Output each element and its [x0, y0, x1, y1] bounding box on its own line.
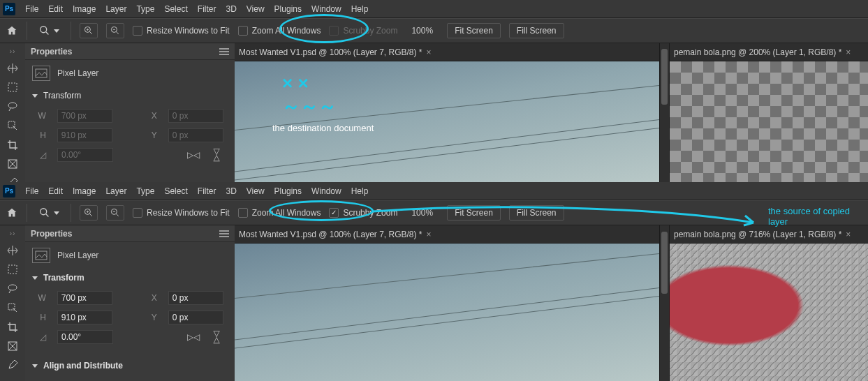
menu-plugins[interactable]: Plugins [274, 4, 302, 14]
menu-select[interactable]: Select [164, 186, 187, 196]
menu-layer[interactable]: Layer [105, 4, 126, 14]
menu-select[interactable]: Select [164, 4, 187, 14]
menu-edit[interactable]: Edit [48, 186, 63, 196]
resize-windows-checkbox[interactable]: Resize Windows to Fit [133, 26, 230, 36]
panel-menu-icon[interactable] [219, 48, 229, 55]
document-tab-title[interactable]: pemain bola.png @ 200% (Layer 1, RGB/8) … [674, 47, 841, 57]
menu-help[interactable]: Help [351, 4, 369, 14]
input-height[interactable]: 910 px [57, 128, 112, 142]
scrollbar-thumb[interactable] [661, 232, 668, 294]
document-tab-title[interactable]: Most Wanted V1.psd @ 100% (Layer 7, RGB/… [239, 47, 422, 57]
photoshop-logo: Ps [3, 3, 15, 15]
menu-help[interactable]: Help [351, 186, 369, 196]
quick-select-tool-icon[interactable] [4, 301, 21, 314]
document-tab-title[interactable]: pemain bola.png @ 716% (Layer 1, RGB/8) … [674, 230, 841, 239]
flip-horizontal-icon[interactable]: ▷◁ [187, 332, 200, 342]
fill-screen-button[interactable]: Fill Screen [509, 205, 564, 221]
zoom-percent[interactable]: 100% [406, 26, 439, 36]
menu-image[interactable]: Image [73, 186, 96, 196]
zoom-percent[interactable]: 100% [406, 208, 439, 218]
frame-tool-icon[interactable] [4, 341, 21, 352]
vertical-toolbar: ›› [0, 225, 25, 381]
scrollbar-thumb[interactable] [661, 49, 668, 105]
menu-3d[interactable]: 3D [226, 4, 236, 14]
move-tool-icon[interactable] [4, 244, 21, 257]
menu-filter[interactable]: Filter [198, 4, 216, 14]
home-icon[interactable] [6, 207, 18, 219]
zoom-out-button[interactable] [106, 23, 124, 38]
crop-tool-icon[interactable] [4, 139, 21, 151]
home-icon[interactable] [6, 24, 18, 37]
vertical-scrollbar[interactable] [659, 225, 669, 381]
input-x[interactable]: 0 px [168, 109, 223, 123]
close-icon[interactable]: × [846, 47, 851, 57]
menu-type[interactable]: Type [136, 4, 154, 14]
frame-tool-icon[interactable] [4, 158, 21, 170]
zoom-tool-dropdown[interactable] [36, 23, 62, 38]
brush-tool-icon[interactable] [4, 378, 21, 381]
properties-panel: Properties Pixel Layer Transform W 700 p… [25, 43, 235, 182]
menu-plugins[interactable]: Plugins [274, 186, 302, 196]
close-icon[interactable]: × [427, 230, 432, 239]
lasso-tool-icon[interactable] [4, 100, 21, 112]
checkbox-icon [329, 26, 339, 36]
marquee-tool-icon[interactable] [4, 82, 21, 93]
menu-filter[interactable]: Filter [198, 186, 216, 196]
input-angle[interactable]: 0.00° [57, 330, 113, 344]
menu-file[interactable]: File [25, 186, 38, 196]
panel-menu-icon[interactable] [219, 230, 229, 237]
eyedropper-tool-icon[interactable] [4, 359, 21, 371]
close-icon[interactable]: × [427, 47, 432, 57]
vertical-scrollbar[interactable] [659, 43, 669, 182]
document-canvas-source[interactable] [670, 244, 868, 381]
menu-view[interactable]: View [247, 4, 265, 14]
quick-select-tool-icon[interactable] [4, 119, 21, 132]
menu-layer[interactable]: Layer [105, 186, 126, 196]
fill-screen-button[interactable]: Fill Screen [509, 23, 564, 38]
fit-screen-button[interactable]: Fit Screen [447, 205, 501, 221]
menu-edit[interactable]: Edit [48, 4, 63, 14]
menu-view[interactable]: View [247, 186, 265, 196]
document-canvas-destination[interactable] [235, 244, 659, 381]
menu-window[interactable]: Window [311, 4, 341, 14]
menu-type[interactable]: Type [136, 186, 154, 196]
zoom-all-windows-checkbox[interactable]: Zoom All Windows [238, 208, 321, 218]
flip-vertical-icon[interactable]: ▷◁ [212, 331, 222, 343]
close-icon[interactable]: × [846, 230, 851, 239]
lasso-tool-icon[interactable] [4, 282, 21, 294]
menu-3d[interactable]: 3D [226, 186, 236, 196]
document-canvas-destination[interactable]: the destination document × ×～～～ [235, 61, 659, 182]
document-tab-title[interactable]: Most Wanted V1.psd @ 100% (Layer 7, RGB/… [239, 230, 422, 239]
input-y[interactable]: 0 px [168, 128, 223, 142]
transform-section-header[interactable]: Transform [25, 87, 235, 105]
zoom-in-button[interactable] [80, 23, 98, 38]
zoom-all-windows-checkbox[interactable]: Zoom All Windows [238, 26, 321, 36]
flip-horizontal-icon[interactable]: ▷◁ [187, 150, 200, 160]
input-width[interactable]: 700 px [57, 291, 112, 305]
menu-image[interactable]: Image [73, 4, 96, 14]
move-tool-icon[interactable] [4, 62, 21, 75]
crop-tool-icon[interactable] [4, 321, 21, 334]
document-tab-bar: Most Wanted V1.psd @ 100% (Layer 7, RGB/… [235, 43, 659, 61]
input-x[interactable]: 0 px [168, 291, 223, 305]
toolbar-grip-icon[interactable]: ›› [10, 230, 16, 237]
marquee-tool-icon[interactable] [4, 264, 21, 275]
input-width[interactable]: 700 px [57, 109, 112, 123]
flip-vertical-icon[interactable]: ▷◁ [212, 149, 222, 161]
document-canvas-checker[interactable] [670, 61, 868, 182]
zoom-tool-dropdown[interactable] [36, 205, 62, 221]
input-height[interactable]: 910 px [57, 311, 112, 324]
scrubby-zoom-checkbox[interactable]: Scrubby Zoom [329, 208, 397, 218]
toolbar-grip-icon[interactable]: ›› [10, 47, 16, 55]
transform-section-header[interactable]: Transform [25, 269, 235, 287]
input-angle[interactable]: 0.00° [57, 148, 113, 162]
svg-rect-15 [36, 69, 47, 77]
align-section-header[interactable]: Align and Distribute [25, 357, 235, 375]
zoom-out-button[interactable] [106, 205, 124, 221]
zoom-in-button[interactable] [80, 205, 98, 221]
resize-windows-checkbox[interactable]: Resize Windows to Fit [133, 208, 230, 218]
fit-screen-button[interactable]: Fit Screen [447, 23, 501, 38]
menu-window[interactable]: Window [311, 186, 341, 196]
input-y[interactable]: 0 px [168, 311, 223, 324]
menu-file[interactable]: File [25, 4, 38, 14]
